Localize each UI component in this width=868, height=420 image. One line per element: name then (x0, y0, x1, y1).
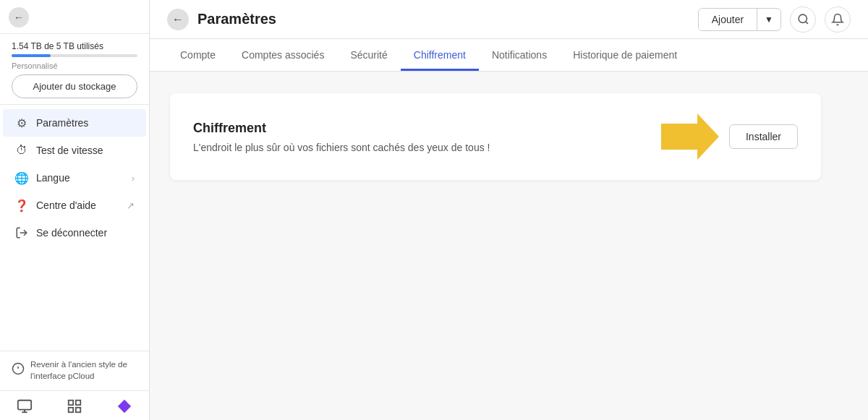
sidebar-item-test-vitesse[interactable]: ⏱ Test de vitesse (3, 137, 146, 164)
tabs-bar: Compte Comptes associés Sécurité Chiffre… (150, 39, 868, 72)
chiffrement-title: Chiffrement (193, 121, 490, 136)
desktop-icon[interactable] (17, 398, 33, 414)
svg-rect-7 (69, 400, 73, 405)
sidebar-bottom-icons (0, 390, 149, 420)
globe-icon: 🌐 (14, 171, 29, 185)
svg-marker-14 (661, 113, 719, 160)
sidebar-item-parametres[interactable]: ⚙ Paramètres (3, 109, 146, 137)
topbar: ← Paramètres Ajouter ▼ (150, 0, 868, 39)
sidebar-item-langue-label: Langue (36, 172, 70, 184)
logout-icon (14, 226, 29, 240)
install-button[interactable]: Installer (729, 124, 798, 149)
storage-progress-bg (12, 54, 137, 57)
add-caret-button[interactable]: ▼ (757, 9, 780, 30)
svg-rect-9 (69, 408, 73, 412)
sidebar-item-centre-aide-label: Centre d'aide (36, 200, 96, 211)
chiffrement-arrow-area: Installer (661, 113, 798, 160)
external-link-icon: ↗ (127, 200, 135, 211)
svg-point-12 (799, 14, 807, 22)
tab-comptes-associes[interactable]: Comptes associés (229, 39, 337, 71)
main-content: ← Paramètres Ajouter ▼ Compte Comptes as… (150, 0, 868, 420)
svg-rect-8 (76, 400, 80, 405)
sidebar-item-test-vitesse-label: Test de vitesse (36, 145, 103, 156)
add-button-group: Ajouter ▼ (698, 8, 781, 31)
topbar-actions: Ajouter ▼ (698, 7, 851, 33)
sidebar-item-parametres-label: Paramètres (36, 117, 88, 129)
notifications-button[interactable] (825, 7, 851, 33)
sidebar-footer: Revenir à l'ancien style de l'interface … (0, 351, 149, 390)
svg-line-13 (805, 22, 807, 24)
nav-section: ⚙ Paramètres ⏱ Test de vitesse 🌐 Langue … (0, 105, 149, 351)
legacy-icon (12, 362, 25, 377)
svg-rect-4 (18, 400, 31, 410)
tab-securite[interactable]: Sécurité (337, 39, 400, 71)
chevron-right-icon: › (132, 173, 135, 184)
legacy-interface-button[interactable]: Revenir à l'ancien style de l'interface … (12, 359, 137, 382)
page-title: Paramètres (197, 11, 689, 27)
tab-chiffrement[interactable]: Chiffrement (401, 39, 479, 71)
storage-area: 1.54 TB de 5 TB utilisés Personnalisé Aj… (0, 34, 149, 105)
add-main-button[interactable]: Ajouter (699, 9, 757, 30)
storage-text: 1.54 TB de 5 TB utilisés (12, 41, 137, 51)
tab-notifications[interactable]: Notifications (479, 39, 560, 71)
diamond-icon[interactable] (116, 398, 132, 414)
storage-sub: Personnalisé (12, 61, 137, 70)
sidebar-item-langue[interactable]: 🌐 Langue › (3, 164, 146, 192)
svg-rect-10 (76, 408, 80, 412)
help-icon: ❓ (14, 198, 29, 213)
legacy-label: Revenir à l'ancien style de l'interface … (30, 359, 137, 382)
back-button[interactable]: ← (9, 7, 29, 27)
tab-compte[interactable]: Compte (167, 39, 229, 71)
chiffrement-text: Chiffrement L'endroit le plus sûr où vos… (193, 121, 490, 153)
sidebar-header: ← (0, 0, 149, 34)
sidebar-item-deconnecter-label: Se déconnecter (36, 227, 107, 239)
search-button[interactable] (790, 7, 816, 33)
speed-icon: ⏱ (14, 143, 29, 158)
chiffrement-description: L'endroit le plus sûr où vos fichiers so… (193, 142, 490, 153)
storage-progress-fill (12, 54, 51, 57)
topbar-back-button[interactable]: ← (167, 9, 189, 30)
arrow-icon (661, 113, 719, 160)
tab-historique-paiement[interactable]: Historique de paiement (560, 39, 690, 71)
sidebar-item-centre-aide[interactable]: ❓ Centre d'aide ↗ (3, 192, 146, 219)
grid-icon[interactable] (67, 398, 82, 414)
sidebar: ← 1.54 TB de 5 TB utilisés Personnalisé … (0, 0, 150, 420)
svg-marker-11 (117, 400, 130, 413)
sidebar-item-deconnecter[interactable]: Se déconnecter (3, 219, 146, 247)
add-storage-button[interactable]: Ajouter du stockage (12, 74, 137, 98)
content-area: Chiffrement L'endroit le plus sûr où vos… (150, 72, 868, 420)
chiffrement-panel: Chiffrement L'endroit le plus sûr où vos… (170, 93, 821, 180)
gear-icon: ⚙ (14, 116, 29, 130)
